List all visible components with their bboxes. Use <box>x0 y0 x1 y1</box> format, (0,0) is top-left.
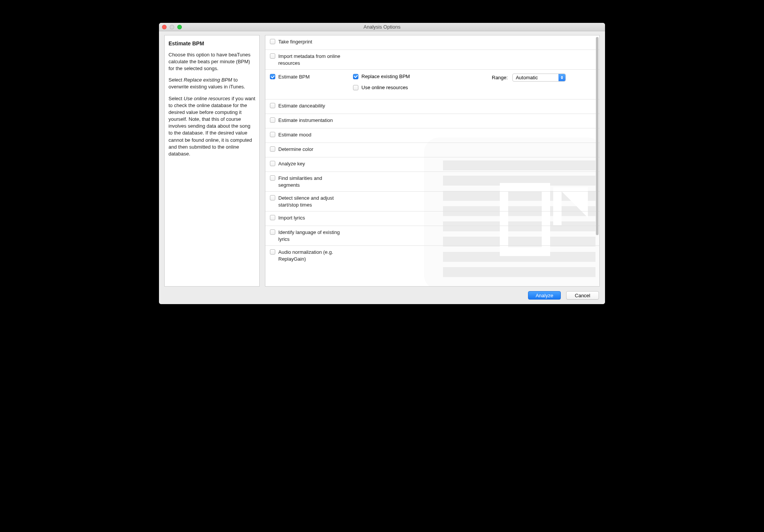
window-title: Analysis Options <box>159 24 605 30</box>
option-label: Use online resources <box>361 85 408 90</box>
traffic-lights <box>162 25 182 29</box>
option-label: Import lyrics <box>278 215 305 221</box>
help-paragraph: Select Use online resources if you want … <box>169 95 255 158</box>
help-heading: Estimate BPM <box>169 40 255 48</box>
option-take-fingerprint[interactable]: Take fingerprint <box>265 35 599 50</box>
option-estimate-mood[interactable]: Estimate mood <box>265 128 599 143</box>
range-group: Range: Automatic <box>492 74 595 82</box>
option-label: Estimate mood <box>278 131 311 138</box>
option-detect-silence[interactable]: Detect silence and adjust start/stop tim… <box>265 192 599 212</box>
dialog-footer: Analyze Cancel <box>159 287 605 304</box>
option-import-lyrics[interactable]: Import lyrics <box>265 212 599 226</box>
close-icon[interactable] <box>162 25 167 29</box>
option-estimate-instrumentation[interactable]: Estimate instrumentation <box>265 114 599 128</box>
option-use-online[interactable]: Use online resources <box>353 85 489 90</box>
range-value: Automatic <box>516 75 538 80</box>
option-label: Identify language of existing lyrics <box>278 229 343 242</box>
zoom-icon[interactable] <box>177 25 182 29</box>
option-label: Estimate instrumentation <box>278 117 333 124</box>
analyze-button[interactable]: Analyze <box>528 291 561 300</box>
checkbox[interactable] <box>270 53 275 59</box>
checkbox[interactable] <box>270 146 275 152</box>
help-paragraph: Select Replace existing BPM to overwrite… <box>169 77 255 90</box>
option-find-similarities[interactable]: Find similarities and segments <box>265 172 599 192</box>
option-import-metadata[interactable]: Import metadata from online resources <box>265 50 599 70</box>
option-analyze-key[interactable]: Analyze key <box>265 157 599 172</box>
option-label: Detect silence and adjust start/stop tim… <box>278 195 343 208</box>
help-sidebar: Estimate BPM Choose this option to have … <box>164 35 260 287</box>
option-estimate-danceability[interactable]: Estimate danceability <box>265 99 599 114</box>
checkbox[interactable] <box>353 74 358 79</box>
option-audio-normalization[interactable]: Audio normalization (e.g. ReplayGain) <box>265 246 599 265</box>
chevron-updown-icon <box>559 74 565 81</box>
checkbox[interactable] <box>270 132 275 137</box>
range-label: Range: <box>492 75 508 80</box>
options-list: Take fingerprint Import metadata from on… <box>265 35 599 286</box>
checkbox[interactable] <box>270 229 275 235</box>
option-label: Estimate BPM <box>278 74 310 80</box>
dialog-window: Analysis Options Estimate BPM Choose thi… <box>159 23 605 304</box>
options-panel: Take fingerprint Import metadata from on… <box>265 35 600 287</box>
minimize-icon <box>170 25 174 29</box>
option-label: Replace existing BPM <box>361 74 410 79</box>
checkbox[interactable] <box>353 85 358 90</box>
checkbox[interactable] <box>270 161 275 166</box>
option-label: Determine color <box>278 146 313 153</box>
option-label: Find similarities and segments <box>278 175 343 188</box>
option-label: Audio normalization (e.g. ReplayGain) <box>278 249 343 262</box>
option-determine-color[interactable]: Determine color <box>265 143 599 157</box>
checkbox[interactable] <box>270 175 275 181</box>
checkbox[interactable] <box>270 74 275 79</box>
option-replace-bpm[interactable]: Replace existing BPM <box>353 74 489 79</box>
content-area: Estimate BPM Choose this option to have … <box>159 31 605 287</box>
checkbox[interactable] <box>270 249 275 255</box>
checkbox[interactable] <box>270 39 275 44</box>
checkbox[interactable] <box>270 195 275 200</box>
option-label: Estimate danceability <box>278 103 325 109</box>
help-paragraph: Choose this option to have beaTunes calc… <box>169 51 255 72</box>
titlebar: Analysis Options <box>159 23 605 31</box>
checkbox[interactable] <box>270 117 275 123</box>
option-identify-language[interactable]: Identify language of existing lyrics <box>265 226 599 246</box>
scrollbar[interactable] <box>596 37 599 235</box>
option-estimate-bpm[interactable]: Estimate BPM Replace existing BPM Use on… <box>265 70 599 99</box>
option-label: Take fingerprint <box>278 38 312 45</box>
range-select[interactable]: Automatic <box>512 74 566 82</box>
cancel-button[interactable]: Cancel <box>566 291 599 300</box>
option-label: Analyze key <box>278 160 305 167</box>
checkbox[interactable] <box>270 215 275 220</box>
checkbox[interactable] <box>270 103 275 108</box>
option-label: Import metadata from online resources <box>278 53 343 66</box>
